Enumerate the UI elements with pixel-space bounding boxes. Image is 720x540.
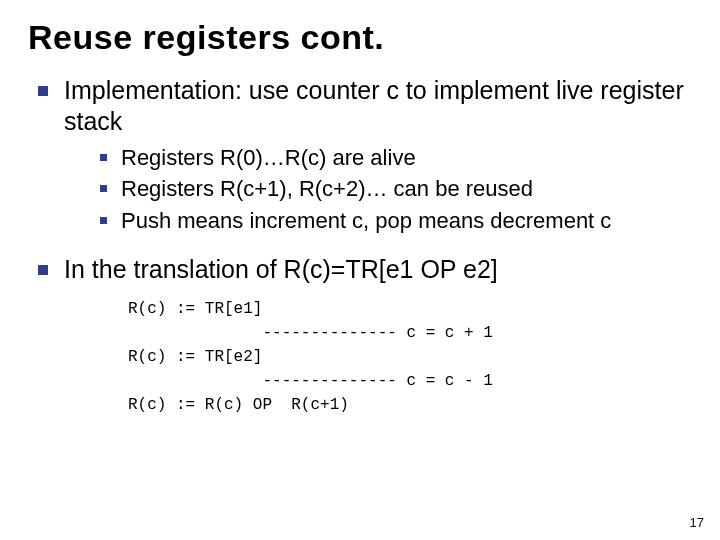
- code-block: R(c) := TR[e1] -------------- c = c + 1 …: [128, 297, 692, 417]
- bullet-icon: [100, 217, 107, 224]
- bullet-text: In the translation of R(c)=TR[e1 OP e2]: [64, 254, 498, 285]
- subbullet-reused: Registers R(c+1), R(c+2)… can be reused: [100, 175, 692, 203]
- bullet-implementation: Implementation: use counter c to impleme…: [38, 75, 692, 138]
- bullet-text: Registers R(0)…R(c) are alive: [121, 144, 416, 172]
- slide: Reuse registers cont. Implementation: us…: [0, 0, 720, 540]
- bullet-icon: [100, 154, 107, 161]
- bullet-icon: [38, 265, 48, 275]
- subbullet-alive: Registers R(0)…R(c) are alive: [100, 144, 692, 172]
- bullet-text: Push means increment c, pop means decrem…: [121, 207, 611, 235]
- bullet-text: Implementation: use counter c to impleme…: [64, 75, 692, 138]
- bullet-text: Registers R(c+1), R(c+2)… can be reused: [121, 175, 533, 203]
- bullet-icon: [100, 185, 107, 192]
- subbullet-pushpop: Push means increment c, pop means decrem…: [100, 207, 692, 235]
- page-title: Reuse registers cont.: [28, 18, 692, 57]
- page-number: 17: [690, 515, 704, 530]
- bullet-icon: [38, 86, 48, 96]
- bullet-translation: In the translation of R(c)=TR[e1 OP e2]: [38, 254, 692, 285]
- spacer: [28, 238, 692, 248]
